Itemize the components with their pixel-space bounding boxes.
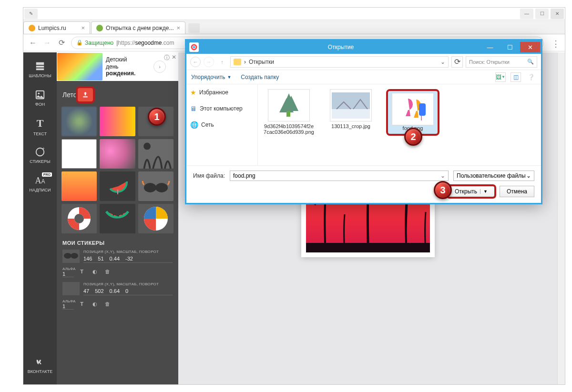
mask-icon[interactable]: ◐: [92, 301, 100, 308]
sticker-tile[interactable]: [138, 139, 174, 169]
nav-captions[interactable]: PRO AA НАДПИСИ: [23, 170, 57, 198]
computer-icon: 🖥: [190, 105, 197, 112]
pro-badge: PRO: [42, 172, 52, 177]
marker-2: 2: [404, 128, 422, 146]
filetype-filter[interactable]: Пользовательские файлы⌄: [453, 171, 534, 181]
svg-point-8: [143, 142, 151, 150]
sticker-tile[interactable]: [138, 204, 174, 233]
bold-icon[interactable]: T: [80, 301, 88, 308]
ad-image: [57, 53, 102, 80]
menu-button[interactable]: ⋮: [552, 39, 560, 47]
breadcrumb[interactable]: › Открытки ⌄: [230, 56, 449, 68]
back-button[interactable]: ←: [28, 38, 38, 48]
secure-label: Защищено: [85, 40, 113, 46]
tab-close-icon[interactable]: ×: [81, 24, 85, 31]
nav-background[interactable]: ФОН: [23, 84, 57, 112]
close-button[interactable]: ✕: [551, 9, 564, 19]
mask-icon[interactable]: ◐: [92, 269, 100, 275]
cancel-button[interactable]: Отмена: [500, 186, 534, 197]
tab-segoodme[interactable]: Открытка с днем рожде... ×: [91, 21, 185, 34]
dialog-toolbar: Упорядочить ▼ Создать папку 🖼 ▼ ◫ ❔: [186, 70, 541, 84]
file-item[interactable]: 130113_crop.jpg: [325, 89, 377, 129]
svg-rect-2: [36, 69, 44, 70]
templates-icon: [35, 61, 45, 71]
minimize-button[interactable]: —: [520, 9, 533, 19]
folder-tree: ★Избранное 🖥Этот компьютер 🌐Сеть: [186, 84, 258, 165]
sticker-tile[interactable]: [61, 171, 97, 201]
sticker-tile[interactable]: [100, 171, 135, 201]
nav-stickers[interactable]: + СТИКЕРЫ: [23, 141, 57, 170]
file-name: 9d362f4b1039574f2e7cac036e06d939.png: [263, 123, 315, 135]
upload-button[interactable]: [77, 88, 93, 102]
tree-network[interactable]: 🌐Сеть: [188, 120, 255, 130]
tab-strip: Lumpics.ru × Открытка с днем рожде... ×: [23, 20, 565, 34]
upload-icon: [82, 91, 89, 99]
dialog-close[interactable]: ✕: [520, 42, 540, 52]
meta-label: ПОЗИЦИЯ (X,Y), МАСШТАБ, ПОВОРОТ: [83, 250, 173, 254]
dialog-footer: Имя файла: food.png⌄ Пользовательские фа…: [186, 165, 541, 203]
view-mode-button[interactable]: 🖼 ▼: [495, 72, 506, 82]
tree-this-pc[interactable]: 🖥Этот компьютер: [188, 103, 255, 114]
my-sticker-item[interactable]: ПОЗИЦИЯ (X,Y), МАСШТАБ, ПОВОРОТ 47 502 0…: [57, 282, 178, 314]
ad-next-button[interactable]: ›: [153, 60, 166, 73]
svg-rect-0: [36, 62, 44, 65]
ad-banner[interactable]: Детский день рождения. › ⓘ ✕: [57, 52, 178, 81]
sticker-tile[interactable]: [138, 171, 174, 201]
dialog-title: Открытие: [202, 44, 480, 50]
new-folder-button[interactable]: Создать папку: [241, 74, 279, 80]
file-item[interactable]: 9d362f4b1039574f2e7cac036e06d939.png: [263, 89, 315, 135]
folder-icon: [234, 59, 241, 65]
nav-share-vk[interactable]: ВКОНТАКТЕ: [23, 351, 57, 380]
nav-text[interactable]: T ТЕКСТ: [23, 112, 57, 141]
tab-lumpics[interactable]: Lumpics.ru ×: [23, 21, 90, 34]
sticker-tile[interactable]: [61, 107, 97, 136]
my-stickers-heading: МОИ СТИКЕРЫ: [57, 233, 178, 250]
filename-input[interactable]: food.png⌄: [230, 171, 449, 181]
svg-point-18: [64, 253, 72, 259]
help-button[interactable]: ❔: [526, 72, 536, 82]
organize-button[interactable]: Упорядочить ▼: [191, 74, 231, 80]
panel-header: Лето: [57, 81, 178, 107]
preview-pane-button[interactable]: ◫: [511, 72, 521, 82]
sticker-tile[interactable]: [61, 204, 97, 233]
new-tab-button[interactable]: [188, 23, 200, 33]
search-placeholder: Поиск: Открытки: [469, 59, 510, 65]
ad-close-icon[interactable]: ✕: [172, 54, 176, 62]
chrome-icon: [189, 42, 199, 52]
forward-button[interactable]: →: [204, 57, 214, 67]
sticker-tile[interactable]: [100, 204, 135, 233]
svg-point-19: [71, 253, 78, 259]
dialog-maximize[interactable]: ☐: [500, 42, 520, 52]
delete-icon[interactable]: 🗑: [105, 269, 112, 275]
image-icon: [35, 90, 45, 100]
my-sticker-item[interactable]: ПОЗИЦИЯ (X,Y), МАСШТАБ, ПОВОРОТ 146 51 0…: [57, 250, 178, 282]
delete-icon[interactable]: 🗑: [105, 301, 112, 308]
file-thumb: [268, 89, 310, 121]
refresh-button[interactable]: ⟳: [451, 56, 463, 68]
eyedropper-icon[interactable]: ✎: [24, 9, 38, 19]
search-box[interactable]: Поиск: Открытки 🔍: [466, 56, 537, 68]
sticker-values: 146 51 0.44 -32: [83, 254, 173, 263]
maximize-button[interactable]: ☐: [535, 9, 549, 19]
adchoices-icon[interactable]: ⓘ: [164, 54, 170, 62]
marker-1: 1: [148, 108, 166, 126]
reload-button[interactable]: ⟳: [57, 38, 66, 48]
tree-favorites[interactable]: ★Избранное: [188, 87, 255, 98]
sticker-tile[interactable]: [61, 139, 97, 169]
bold-icon[interactable]: T: [80, 269, 88, 275]
open-button[interactable]: Открыть▼: [448, 186, 495, 197]
back-button[interactable]: ←: [190, 57, 201, 67]
up-button[interactable]: ↑: [217, 57, 227, 67]
forward-button[interactable]: →: [42, 38, 52, 48]
scrollbar[interactable]: [557, 52, 565, 384]
sticker-values: 47 502 0.64 0: [83, 286, 173, 295]
file-thumb: [392, 93, 434, 125]
sticker-tile[interactable]: [100, 139, 135, 169]
sticker-tile[interactable]: [100, 107, 135, 136]
tab-close-icon[interactable]: ×: [177, 24, 181, 31]
dialog-minimize[interactable]: —: [480, 42, 500, 52]
marker-3: 3: [434, 181, 452, 199]
nav-templates[interactable]: ШАБЛОНЫ: [23, 55, 57, 84]
sticker-grid: [57, 107, 178, 233]
category-title: Лето: [62, 91, 77, 99]
